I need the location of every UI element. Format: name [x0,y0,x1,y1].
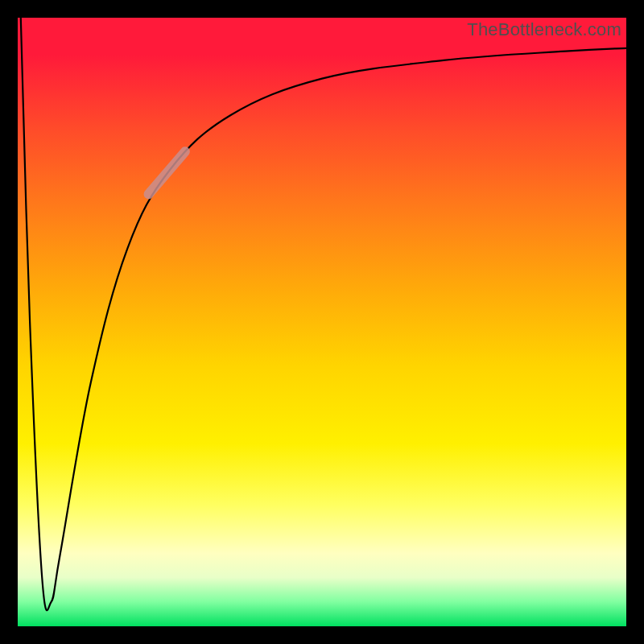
chart-plot-area: TheBottleneck.com [18,18,626,626]
bottleneck-curve-path [21,18,626,610]
highlight-bulge-path [149,151,185,194]
watermark-text: TheBottleneck.com [467,19,621,40]
chart-frame: TheBottleneck.com [0,0,644,644]
curve-svg [18,18,626,626]
